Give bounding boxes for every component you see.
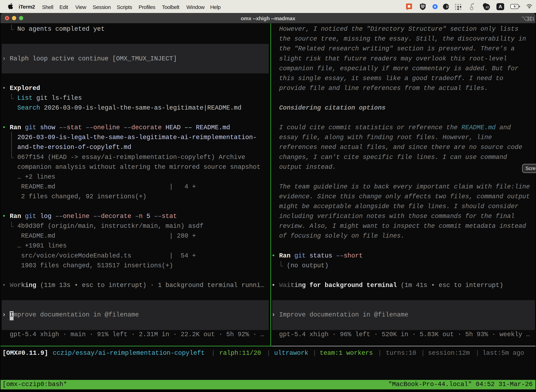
- svg-text:1: 1: [532, 16, 535, 21]
- svg-text:..61: ..61: [484, 6, 489, 9]
